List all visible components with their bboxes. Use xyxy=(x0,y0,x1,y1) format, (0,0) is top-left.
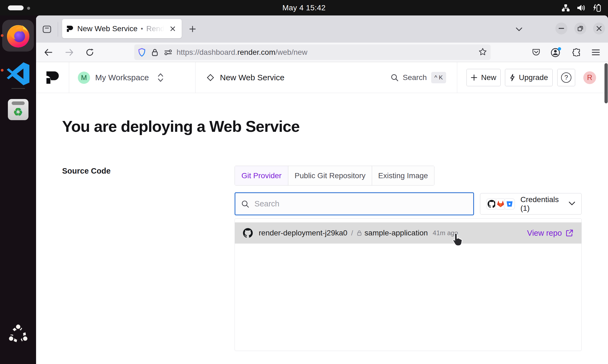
trash-icon: ♻ xyxy=(8,99,28,120)
service-diamond-icon xyxy=(206,74,215,83)
gitlab-icon xyxy=(497,200,504,208)
forward-button[interactable] xyxy=(63,46,76,59)
new-tab-button[interactable] xyxy=(187,23,198,35)
github-icon xyxy=(243,228,253,238)
page-scrollbar-thumb[interactable] xyxy=(604,63,608,103)
page-title: New Web Service xyxy=(220,62,284,93)
puzzle-icon xyxy=(572,48,581,56)
forward-arrow-icon xyxy=(65,49,73,56)
search-label: Search xyxy=(403,73,427,82)
repo-search-box[interactable] xyxy=(235,192,474,215)
repo-row[interactable]: render-deployment-j29ka0 / sample-applic… xyxy=(235,222,581,244)
repo-search-input[interactable] xyxy=(254,199,467,209)
tab-existing-image[interactable]: Existing Image xyxy=(372,166,434,185)
chevron-down-icon xyxy=(568,201,575,207)
workspace-selector-chevrons[interactable] xyxy=(158,73,164,83)
github-icon xyxy=(488,200,496,208)
dock-item-app-grid[interactable] xyxy=(2,319,34,350)
plus-icon xyxy=(189,25,196,33)
tab-close-button[interactable] xyxy=(168,24,177,33)
tab-strip-separator xyxy=(58,22,58,37)
window-close-button[interactable] xyxy=(593,23,605,34)
system-clock[interactable]: May 4 15:42 xyxy=(0,0,608,15)
list-all-tabs-button[interactable] xyxy=(513,23,525,36)
firefox-icon xyxy=(5,23,31,49)
recycle-glyph: ♻ xyxy=(13,107,23,117)
pocket-button[interactable] xyxy=(530,46,543,59)
workspace-selector[interactable]: My Workspace xyxy=(95,62,149,93)
tab-public-git-repository[interactable]: Public Git Repository xyxy=(288,166,372,185)
browser-window: New Web Service • Rend xyxy=(36,15,608,364)
tracking-shield-icon[interactable] xyxy=(138,48,146,57)
window-minimize-button[interactable] xyxy=(555,23,567,34)
render-logo[interactable] xyxy=(46,70,60,86)
lock-icon[interactable] xyxy=(152,48,158,56)
permissions-sliders-icon[interactable] xyxy=(164,49,172,56)
user-avatar[interactable]: R xyxy=(583,71,596,84)
reload-button[interactable] xyxy=(83,46,96,59)
upgrade-button[interactable]: Upgrade xyxy=(505,69,553,86)
dock-item-vscode[interactable] xyxy=(2,58,34,90)
lightning-icon xyxy=(510,74,515,81)
render-logo-icon xyxy=(46,70,60,85)
search-icon xyxy=(391,74,398,81)
minimize-icon xyxy=(559,28,564,29)
bitbucket-icon xyxy=(506,200,513,207)
extensions-button[interactable] xyxy=(570,46,583,59)
firefox-view-button[interactable] xyxy=(41,24,52,34)
battery-icon xyxy=(592,3,601,12)
repo-list: render-deployment-j29ka0 / sample-applic… xyxy=(235,218,582,351)
screen: May 4 15:42 xyxy=(0,0,608,364)
hamburger-icon xyxy=(592,49,600,56)
source-code-label: Source Code xyxy=(62,167,111,175)
vscode-icon xyxy=(6,62,30,86)
help-button[interactable]: ? xyxy=(557,69,575,86)
dock-item-firefox[interactable] xyxy=(2,20,34,52)
close-icon xyxy=(170,26,176,32)
url-domain: render.com xyxy=(237,48,275,56)
reload-icon xyxy=(86,48,94,56)
page-heading: You are deploying a Web Service xyxy=(62,117,300,135)
new-button-label: New xyxy=(481,73,496,82)
volume-icon xyxy=(577,4,586,12)
credentials-dropdown[interactable]: Credentials (1) xyxy=(480,193,582,215)
tab-git-provider[interactable]: Git Provider xyxy=(235,166,288,185)
firefox-view-icon xyxy=(43,25,51,33)
system-tray[interactable] xyxy=(561,0,601,15)
menu-button[interactable] xyxy=(589,46,602,59)
network-icon xyxy=(561,4,570,12)
repo-separator: / xyxy=(351,229,353,237)
account-button[interactable] xyxy=(549,46,562,59)
workspace-avatar[interactable]: M xyxy=(78,72,90,84)
header-divider xyxy=(195,62,196,93)
mouse-cursor xyxy=(452,232,464,248)
repo-name: sample-application xyxy=(364,229,428,237)
ubuntu-icon xyxy=(7,323,30,346)
bookmark-star-button[interactable] xyxy=(479,48,487,57)
pocket-icon xyxy=(532,49,540,56)
url-bar[interactable]: https://dashboard.render.com/web/new xyxy=(134,44,491,60)
external-link-icon xyxy=(566,229,573,237)
back-arrow-icon xyxy=(44,49,52,56)
header-divider xyxy=(69,62,69,93)
url-prefix: https://dashboard. xyxy=(177,48,237,56)
dock-item-trash[interactable]: ♻ xyxy=(2,94,34,125)
url-text[interactable]: https://dashboard.render.com/web/new xyxy=(177,48,308,57)
navigation-bar: https://dashboard.render.com/web/new xyxy=(36,43,608,62)
tab-title: New Web Service xyxy=(77,24,137,33)
view-repo-link[interactable]: View repo xyxy=(527,229,573,238)
star-icon xyxy=(479,48,487,56)
active-tab[interactable]: New Web Service • Rend xyxy=(62,19,182,38)
window-restore-button[interactable] xyxy=(574,23,586,34)
new-button[interactable]: New xyxy=(466,69,501,86)
bitbucket-credential-chip xyxy=(504,198,515,210)
dock: ♻ xyxy=(0,15,36,364)
private-lock-icon xyxy=(357,230,362,236)
back-button[interactable] xyxy=(42,46,55,59)
global-search[interactable]: Search ^ K xyxy=(391,62,446,93)
restore-icon xyxy=(578,26,583,31)
search-icon xyxy=(241,200,249,208)
repo-owner: render-deployment-j29ka0 xyxy=(259,229,347,237)
url-path: /web/new xyxy=(275,48,307,56)
vscode-running-indicator xyxy=(1,69,4,72)
